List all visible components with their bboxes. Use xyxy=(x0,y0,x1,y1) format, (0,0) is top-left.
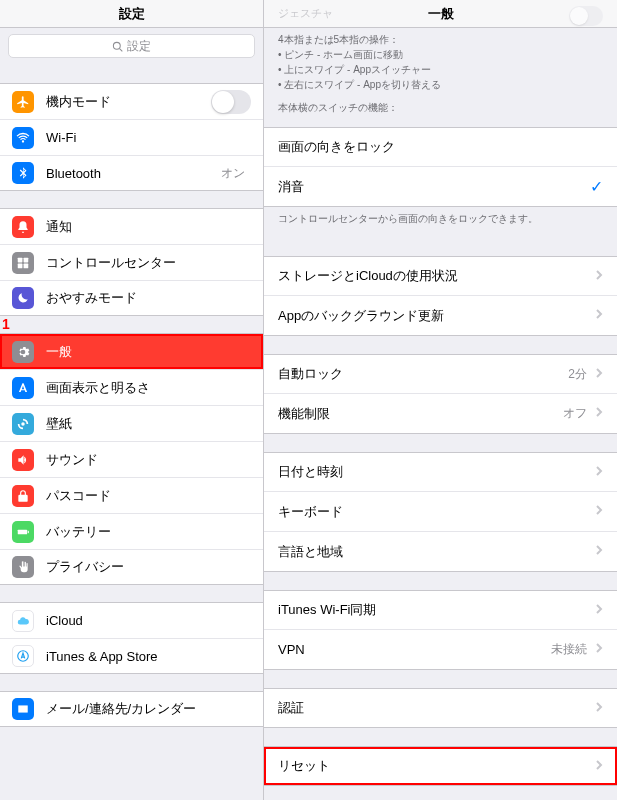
row-label: リセット xyxy=(278,757,595,775)
detail-title: 一般 xyxy=(428,5,454,23)
switch-option-row[interactable]: 画面の向きをロック xyxy=(264,127,617,167)
mail-icon xyxy=(12,698,34,720)
sidebar-item-label: パスコード xyxy=(46,487,251,505)
chevron-right-icon xyxy=(595,269,603,281)
row-label: 日付と時刻 xyxy=(278,463,595,481)
row-label: 画面の向きをロック xyxy=(278,138,603,156)
chevron-right-icon xyxy=(595,642,603,654)
row-value: オフ xyxy=(563,405,587,422)
setting-row[interactable]: 認証 xyxy=(264,688,617,728)
detail-content: 4本指または5本指の操作：• ピンチ - ホーム画面に移動• 上にスワイプ - … xyxy=(264,28,617,800)
svg-rect-4 xyxy=(18,263,23,268)
chevron-right-icon xyxy=(595,544,603,556)
sidebar-item-label: Bluetooth xyxy=(46,166,221,181)
search-icon xyxy=(112,41,123,52)
sidebar-item-hand[interactable]: プライバシー xyxy=(0,549,263,585)
gear-icon xyxy=(12,341,34,363)
setting-row[interactable]: iTunes Wi-Fi同期 xyxy=(264,590,617,630)
sidebar: 設定 設定 機内モードWi-FiBluetoothオン通知コントロールセンターお… xyxy=(0,0,264,800)
setting-row[interactable]: 機能制限オフ xyxy=(264,394,617,434)
toggle-switch[interactable] xyxy=(211,90,251,114)
row-label: iTunes Wi-Fi同期 xyxy=(278,601,595,619)
chevron-right-icon xyxy=(595,701,603,713)
sidebar-item-text[interactable]: 画面表示と明るさ xyxy=(0,369,263,405)
setting-row[interactable]: VPN未接続 xyxy=(264,630,617,670)
svg-rect-3 xyxy=(24,257,29,262)
chevron-right-icon xyxy=(595,406,603,418)
gesture-help-text: 4本指または5本指の操作：• ピンチ - ホーム画面に移動• 上にスワイプ - … xyxy=(264,28,617,127)
sidebar-item-cloud[interactable]: iCloud xyxy=(0,602,263,638)
sidebar-item-gear[interactable]: 1一般 xyxy=(0,333,263,369)
back-button-ghost: ジェスチャ xyxy=(278,6,333,21)
sidebar-title: 設定 xyxy=(0,0,263,28)
svg-rect-8 xyxy=(28,530,29,532)
sidebar-item-moon[interactable]: おやすみモード xyxy=(0,280,263,316)
sidebar-item-bluetooth[interactable]: Bluetoothオン xyxy=(0,155,263,191)
setting-row[interactable]: 自動ロック2分 xyxy=(264,354,617,394)
svg-rect-2 xyxy=(18,257,23,262)
svg-rect-5 xyxy=(24,263,29,268)
bell-icon xyxy=(12,216,34,238)
sidebar-item-value: オン xyxy=(221,165,245,182)
sidebar-item-label: iCloud xyxy=(46,613,251,628)
sidebar-item-label: サウンド xyxy=(46,451,251,469)
sidebar-item-lock[interactable]: パスコード xyxy=(0,477,263,513)
sidebar-item-label: 機内モード xyxy=(46,93,211,111)
battery-icon xyxy=(12,521,34,543)
sidebar-item-label: 一般 xyxy=(46,343,251,361)
setting-row[interactable]: キーボード xyxy=(264,492,617,532)
sidebar-item-appstore[interactable]: iTunes & App Store xyxy=(0,638,263,674)
sidebar-item-airplane[interactable]: 機内モード xyxy=(0,83,263,119)
svg-point-0 xyxy=(113,42,120,49)
sidebar-groups: 機内モードWi-FiBluetoothオン通知コントロールセンターおやすみモード… xyxy=(0,66,263,800)
sidebar-item-label: プライバシー xyxy=(46,558,251,576)
row-label: 消音 xyxy=(278,178,590,196)
moon-icon xyxy=(12,287,34,309)
chevron-right-icon xyxy=(595,603,603,615)
row-label: VPN xyxy=(278,642,551,657)
chevron-right-icon xyxy=(595,367,603,379)
sidebar-item-mail[interactable]: メール/連絡先/カレンダー xyxy=(0,691,263,727)
svg-line-1 xyxy=(120,48,123,51)
search-wrap: 設定 xyxy=(0,28,263,66)
sidebar-item-label: 通知 xyxy=(46,218,251,236)
chevron-right-icon xyxy=(595,308,603,320)
speaker-icon xyxy=(12,449,34,471)
sidebar-item-label: 画面表示と明るさ xyxy=(46,379,251,397)
sidebar-item-label: iTunes & App Store xyxy=(46,649,251,664)
lock-icon xyxy=(12,485,34,507)
search-input[interactable]: 設定 xyxy=(8,34,255,58)
chevron-right-icon xyxy=(595,759,603,771)
setting-row[interactable]: 日付と時刻 xyxy=(264,452,617,492)
detail-header: ジェスチャ 一般 xyxy=(264,0,617,28)
sidebar-item-bell[interactable]: 通知 xyxy=(0,208,263,244)
checkmark-icon: ✓ xyxy=(590,177,603,196)
hand-icon xyxy=(12,556,34,578)
sidebar-item-label: メール/連絡先/カレンダー xyxy=(46,700,251,718)
airplane-icon xyxy=(12,91,34,113)
setting-row[interactable]: 言語と地域 xyxy=(264,532,617,572)
chevron-right-icon xyxy=(595,465,603,477)
sidebar-item-wallpaper[interactable]: 壁紙 xyxy=(0,405,263,441)
bluetooth-icon xyxy=(12,162,34,184)
row-label: キーボード xyxy=(278,503,595,521)
appstore-icon xyxy=(12,645,34,667)
detail-pane: ジェスチャ 一般 4本指または5本指の操作：• ピンチ - ホーム画面に移動• … xyxy=(264,0,617,800)
row-label: 自動ロック xyxy=(278,365,568,383)
setting-row[interactable]: 2リセット xyxy=(264,746,617,786)
toggle-ghost xyxy=(569,6,603,26)
svg-point-6 xyxy=(21,422,25,426)
setting-row[interactable]: Appのバックグラウンド更新 xyxy=(264,296,617,336)
wifi-icon xyxy=(12,127,34,149)
sidebar-item-battery[interactable]: バッテリー xyxy=(0,513,263,549)
setting-row[interactable]: ストレージとiCloudの使用状況 xyxy=(264,256,617,296)
sidebar-item-speaker[interactable]: サウンド xyxy=(0,441,263,477)
row-label: 認証 xyxy=(278,699,595,717)
sidebar-item-label: 壁紙 xyxy=(46,415,251,433)
cloud-icon xyxy=(12,610,34,632)
switch-option-row[interactable]: 消音✓ xyxy=(264,167,617,207)
row-label: Appのバックグラウンド更新 xyxy=(278,307,595,325)
sidebar-item-controls[interactable]: コントロールセンター xyxy=(0,244,263,280)
wallpaper-icon xyxy=(12,413,34,435)
sidebar-item-wifi[interactable]: Wi-Fi xyxy=(0,119,263,155)
